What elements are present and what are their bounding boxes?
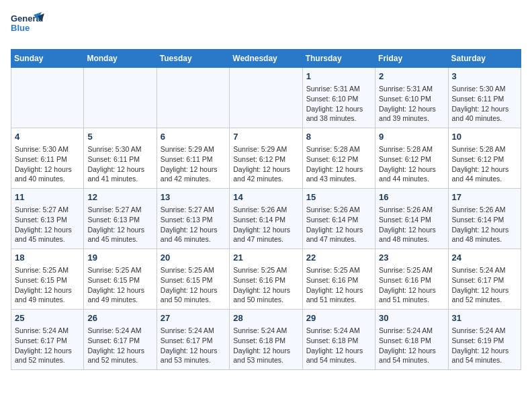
day-info: Sunset: 6:13 PM (15, 215, 80, 225)
calendar-cell (11, 68, 84, 128)
day-info: Sunrise: 5:27 AM (87, 205, 152, 215)
week-row-4: 18Sunrise: 5:25 AMSunset: 6:15 PMDayligh… (11, 249, 521, 310)
day-number: 23 (379, 252, 444, 264)
calendar-cell: 14Sunrise: 5:26 AMSunset: 6:14 PMDayligh… (230, 189, 302, 249)
day-info: Sunset: 6:16 PM (379, 275, 444, 285)
day-info: and 47 minutes. (233, 234, 298, 244)
day-info: Sunset: 6:13 PM (161, 215, 226, 225)
day-info: and 52 minutes. (87, 355, 152, 365)
day-info: Sunrise: 5:24 AM (233, 326, 298, 336)
day-info: and 41 minutes. (87, 174, 152, 184)
day-info: Sunrise: 5:27 AM (161, 205, 226, 215)
day-info: Sunrise: 5:26 AM (233, 205, 298, 215)
day-info: Sunrise: 5:24 AM (306, 326, 371, 336)
day-info: Sunrise: 5:28 AM (379, 144, 444, 154)
calendar-cell: 22Sunrise: 5:25 AMSunset: 6:16 PMDayligh… (302, 249, 375, 310)
day-info: Daylight: 12 hours (15, 165, 80, 175)
day-info: Sunset: 6:13 PM (87, 215, 152, 225)
day-number: 24 (452, 252, 517, 264)
day-info: and 38 minutes. (306, 113, 371, 124)
svg-text:Blue: Blue (11, 23, 30, 33)
day-info: Daylight: 12 hours (452, 346, 517, 356)
day-info: Daylight: 12 hours (452, 285, 517, 295)
calendar-cell: 26Sunrise: 5:24 AMSunset: 6:17 PMDayligh… (84, 310, 157, 370)
day-info: Daylight: 12 hours (87, 285, 152, 295)
calendar-cell: 7Sunrise: 5:29 AMSunset: 6:12 PMDaylight… (230, 128, 302, 189)
calendar-cell: 21Sunrise: 5:25 AMSunset: 6:16 PMDayligh… (230, 249, 302, 310)
day-info: Sunset: 6:12 PM (306, 154, 371, 165)
calendar-cell: 5Sunrise: 5:30 AMSunset: 6:11 PMDaylight… (84, 128, 157, 189)
day-info: Daylight: 12 hours (161, 346, 226, 356)
day-info: and 40 minutes. (15, 174, 80, 184)
calendar-cell: 28Sunrise: 5:24 AMSunset: 6:18 PMDayligh… (230, 310, 302, 370)
day-info: Daylight: 12 hours (87, 165, 152, 175)
day-info: and 44 minutes. (452, 174, 517, 184)
day-info: Daylight: 12 hours (452, 104, 517, 114)
day-header-friday: Friday (375, 50, 448, 68)
day-info: Sunset: 6:15 PM (15, 275, 80, 285)
day-info: Sunrise: 5:26 AM (306, 205, 371, 215)
day-info: Sunrise: 5:30 AM (452, 84, 517, 94)
days-header-row: SundayMondayTuesdayWednesdayThursdayFrid… (11, 50, 521, 68)
day-info: and 44 minutes. (379, 174, 444, 184)
day-info: Sunset: 6:11 PM (87, 154, 152, 165)
day-number: 9 (379, 131, 444, 143)
day-info: and 45 minutes. (15, 234, 80, 244)
day-number: 12 (87, 191, 152, 203)
day-number: 30 (379, 312, 444, 324)
calendar-cell: 4Sunrise: 5:30 AMSunset: 6:11 PMDaylight… (11, 128, 84, 189)
day-info: Daylight: 12 hours (161, 285, 226, 295)
day-info: Sunset: 6:15 PM (87, 275, 152, 285)
page-header: GeneralBlue (11, 11, 521, 41)
calendar-cell: 20Sunrise: 5:25 AMSunset: 6:15 PMDayligh… (157, 249, 229, 310)
day-header-saturday: Saturday (448, 50, 521, 68)
day-info: Sunset: 6:19 PM (452, 336, 517, 346)
day-info: and 54 minutes. (306, 355, 371, 365)
logo-svg: GeneralBlue (11, 11, 44, 41)
day-number: 2 (379, 71, 444, 83)
day-header-sunday: Sunday (11, 50, 84, 68)
day-info: and 54 minutes. (452, 355, 517, 365)
day-info: Sunrise: 5:25 AM (87, 265, 152, 275)
day-number: 19 (87, 252, 152, 264)
day-info: Sunset: 6:18 PM (379, 336, 444, 346)
day-info: and 49 minutes. (15, 295, 80, 305)
day-info: Sunset: 6:15 PM (161, 275, 226, 285)
day-info: Sunrise: 5:31 AM (306, 84, 371, 94)
calendar-cell: 2Sunrise: 5:31 AMSunset: 6:10 PMDaylight… (375, 68, 448, 128)
calendar-cell: 27Sunrise: 5:24 AMSunset: 6:17 PMDayligh… (157, 310, 229, 370)
day-info: and 45 minutes. (87, 234, 152, 244)
calendar-cell: 23Sunrise: 5:25 AMSunset: 6:16 PMDayligh… (375, 249, 448, 310)
day-info: Daylight: 12 hours (452, 225, 517, 235)
day-info: Daylight: 12 hours (379, 165, 444, 175)
day-number: 7 (233, 131, 298, 143)
day-info: and 47 minutes. (306, 234, 371, 244)
day-info: Sunrise: 5:31 AM (379, 84, 444, 94)
day-info: Daylight: 12 hours (15, 225, 80, 235)
calendar-cell: 25Sunrise: 5:24 AMSunset: 6:17 PMDayligh… (11, 310, 84, 370)
day-number: 31 (452, 312, 517, 324)
day-info: Daylight: 12 hours (306, 285, 371, 295)
day-info: Sunrise: 5:29 AM (161, 144, 226, 154)
day-number: 11 (15, 191, 80, 203)
day-info: Daylight: 12 hours (306, 346, 371, 356)
day-info: Daylight: 12 hours (161, 165, 226, 175)
day-info: and 53 minutes. (161, 355, 226, 365)
day-info: Sunrise: 5:24 AM (452, 265, 517, 275)
day-header-thursday: Thursday (302, 50, 375, 68)
day-info: Daylight: 12 hours (452, 165, 517, 175)
day-number: 13 (161, 191, 226, 203)
day-info: and 52 minutes. (15, 355, 80, 365)
day-number: 10 (452, 131, 517, 143)
day-info: Daylight: 12 hours (233, 346, 298, 356)
day-info: Sunrise: 5:24 AM (452, 326, 517, 336)
day-info: Daylight: 12 hours (161, 225, 226, 235)
day-info: Sunrise: 5:25 AM (379, 265, 444, 275)
day-info: Sunset: 6:14 PM (233, 215, 298, 225)
day-info: and 39 minutes. (379, 113, 444, 124)
calendar-cell: 19Sunrise: 5:25 AMSunset: 6:15 PMDayligh… (84, 249, 157, 310)
day-info: Sunset: 6:12 PM (452, 154, 517, 165)
day-info: Sunrise: 5:26 AM (379, 205, 444, 215)
day-info: Sunset: 6:10 PM (379, 94, 444, 104)
day-info: Sunrise: 5:25 AM (15, 265, 80, 275)
